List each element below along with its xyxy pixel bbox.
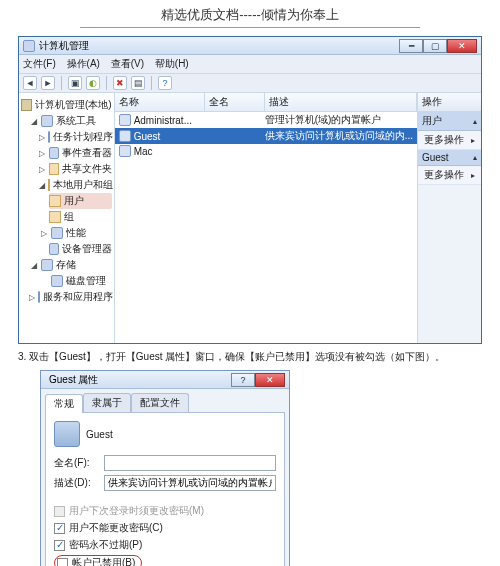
column-headers[interactable]: 名称 全名 描述 xyxy=(115,93,417,112)
up-icon[interactable]: ▣ xyxy=(68,76,82,90)
desc-input[interactable] xyxy=(104,475,276,491)
user-list: 名称 全名 描述 Administrat... 管理计算机(域)的内置帐户 Gu… xyxy=(115,93,418,343)
tree-users[interactable]: 用户 xyxy=(49,193,112,209)
menu-action[interactable]: 操作(A) xyxy=(67,58,100,69)
chevron-up-icon: ▴ xyxy=(473,117,477,126)
actions-more-1[interactable]: 更多操作▸ xyxy=(418,131,481,150)
chevron-up-icon: ▴ xyxy=(473,153,477,162)
dialog-titlebar[interactable]: Guest 属性 ? ✕ xyxy=(41,371,289,389)
user-icon xyxy=(119,114,131,126)
tree-sharedfolders[interactable]: ▷共享文件夹 xyxy=(39,161,112,177)
dialog-user-label: Guest xyxy=(86,429,113,440)
menu-help[interactable]: 帮助(H) xyxy=(155,58,189,69)
maximize-button[interactable]: ▢ xyxy=(423,39,447,53)
window-title: 计算机管理 xyxy=(39,39,399,53)
tree-diskmgmt[interactable]: 磁盘管理 xyxy=(39,273,112,289)
tree-devmgr[interactable]: 设备管理器 xyxy=(39,241,112,257)
tree-root[interactable]: 计算机管理(本地) xyxy=(21,97,112,113)
tree-groups[interactable]: 组 xyxy=(49,209,112,225)
step-text: 3. 双击【Guest】，打开【Guest 属性】窗口，确保【账户已禁用】选项没… xyxy=(18,350,482,364)
dialog-title: Guest 属性 xyxy=(45,373,231,387)
actions-group-users[interactable]: 用户▴ xyxy=(418,112,481,131)
computer-management-window: 计算机管理 ━ ▢ ✕ 文件(F) 操作(A) 查看(V) 帮助(H) ◄ ► … xyxy=(18,36,482,344)
desc-label: 描述(D): xyxy=(54,476,104,490)
titlebar[interactable]: 计算机管理 ━ ▢ ✕ xyxy=(19,37,481,55)
tree-storage[interactable]: ◢存储 xyxy=(29,257,112,273)
guest-properties-dialog: Guest 属性 ? ✕ 常规 隶属于 配置文件 Guest 全名(F): 描述… xyxy=(40,370,290,566)
tree-services[interactable]: ▷服务和应用程序 xyxy=(29,289,112,305)
tree-eventviewer[interactable]: ▷事件查看器 xyxy=(39,145,112,161)
tab-memberof[interactable]: 隶属于 xyxy=(83,393,131,412)
tab-profile[interactable]: 配置文件 xyxy=(131,393,189,412)
dialog-close-button[interactable]: ✕ xyxy=(255,373,285,387)
back-icon[interactable]: ◄ xyxy=(23,76,37,90)
tree-localusers[interactable]: ◢本地用户和组 xyxy=(39,177,112,193)
properties-icon[interactable]: ◐ xyxy=(86,76,100,90)
close-button[interactable]: ✕ xyxy=(447,39,477,53)
actions-more-2[interactable]: 更多操作▸ xyxy=(418,166,481,185)
col-desc[interactable]: 描述 xyxy=(265,93,417,111)
user-row-guest[interactable]: Guest 供来宾访问计算机或访问域的内... xyxy=(115,128,417,144)
app-icon xyxy=(23,40,35,52)
tab-general[interactable]: 常规 xyxy=(45,394,83,413)
menu-file[interactable]: 文件(F) xyxy=(23,58,56,69)
cb-cannotchange[interactable]: ✓用户不能更改密码(C) xyxy=(54,521,276,535)
actions-group-guest[interactable]: Guest▴ xyxy=(418,150,481,166)
user-row-mac[interactable]: Mac xyxy=(115,144,417,158)
nav-tree[interactable]: 计算机管理(本地) ◢系统工具 ▷任务计划程序 ▷事件查看器 ▷共享文件夹 ◢本… xyxy=(19,93,115,343)
chevron-right-icon: ▸ xyxy=(471,171,475,180)
export-icon[interactable]: ▤ xyxy=(131,76,145,90)
user-icon xyxy=(119,145,131,157)
minimize-button[interactable]: ━ xyxy=(399,39,423,53)
fullname-label: 全名(F): xyxy=(54,456,104,470)
user-large-icon xyxy=(54,421,80,447)
help-icon[interactable]: ? xyxy=(158,76,172,90)
chevron-right-icon: ▸ xyxy=(471,136,475,145)
menubar: 文件(F) 操作(A) 查看(V) 帮助(H) xyxy=(19,55,481,74)
dialog-help-button[interactable]: ? xyxy=(231,373,255,387)
divider xyxy=(80,27,420,28)
cb-mustchange[interactable]: 用户下次登录时须更改密码(M) xyxy=(54,504,276,518)
col-name[interactable]: 名称 xyxy=(115,93,205,111)
forward-icon[interactable]: ► xyxy=(41,76,55,90)
user-row-admin[interactable]: Administrat... 管理计算机(域)的内置帐户 xyxy=(115,112,417,128)
fullname-input[interactable] xyxy=(104,455,276,471)
menu-view[interactable]: 查看(V) xyxy=(111,58,144,69)
tree-systools[interactable]: ◢系统工具 xyxy=(29,113,112,129)
toolbar: ◄ ► ▣ ◐ ✖ ▤ ? xyxy=(19,74,481,93)
tree-tasksched[interactable]: ▷任务计划程序 xyxy=(39,129,112,145)
user-icon xyxy=(119,130,131,142)
actions-pane: 操作 用户▴ 更多操作▸ Guest▴ 更多操作▸ xyxy=(418,93,481,343)
actions-header: 操作 xyxy=(418,93,481,112)
cb-neverexpire[interactable]: ✓密码永不过期(P) xyxy=(54,538,276,552)
doc-header: 精选优质文档-----倾情为你奉上 xyxy=(0,0,500,27)
cb-disabled[interactable]: 帐户已禁用(B) xyxy=(54,555,276,566)
col-fullname[interactable]: 全名 xyxy=(205,93,265,111)
dialog-tabs: 常规 隶属于 配置文件 xyxy=(41,389,289,412)
tree-perf[interactable]: ▷性能 xyxy=(39,225,112,241)
refresh-icon[interactable]: ✖ xyxy=(113,76,127,90)
